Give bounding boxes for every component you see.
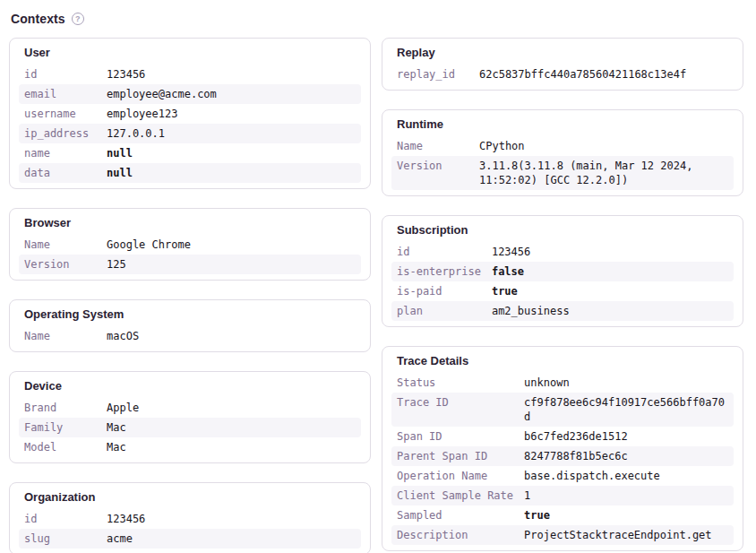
row-value: false	[486, 262, 734, 281]
section-header: Contexts ?	[11, 11, 743, 27]
key-value-table: id 123456 is-enterprise false is-paid tr…	[391, 242, 734, 321]
row-value: 123456	[101, 65, 361, 84]
key-value-table: replay_id 62c5837bffc440a78560421168c13e…	[391, 65, 734, 84]
card-title: Device	[19, 377, 361, 398]
card-subscription: Subscription id 123456 is-enterprise fal…	[382, 215, 743, 327]
context-row: Name CPython	[391, 136, 734, 156]
row-key: Brand	[19, 398, 101, 418]
context-row: is-paid true	[391, 281, 734, 301]
context-row: Version 3.11.8(3.11.8 (main, Mar 12 2024…	[391, 156, 734, 190]
row-key: email	[19, 84, 101, 104]
row-key: id	[19, 65, 101, 84]
row-value: ProjectStacktraceEndpoint.get	[519, 525, 734, 545]
context-row: Client Sample Rate 1	[391, 486, 734, 505]
context-row: slug acme	[19, 529, 361, 549]
context-row: Status unknown	[391, 373, 734, 393]
row-key: Family	[19, 418, 101, 437]
row-value: 1	[519, 486, 734, 505]
row-key: id	[19, 509, 101, 529]
card-title: Operating System	[19, 306, 361, 326]
row-key: is-enterprise	[391, 262, 486, 281]
row-value: 127.0.0.1	[101, 124, 361, 143]
context-row: id 123456	[391, 242, 734, 262]
card-runtime: Runtime Name CPython Version 3.11.8(3.11…	[382, 109, 743, 196]
section-title: Contexts	[11, 12, 65, 26]
context-row: data null	[19, 163, 361, 183]
row-value: 8247788f81b5ec6c	[519, 446, 734, 466]
context-row: email employee@acme.com	[19, 84, 361, 104]
row-value: macOS	[101, 326, 361, 346]
context-row: Version 125	[19, 255, 361, 274]
key-value-table: id 123456 slug acme	[19, 509, 361, 549]
context-row: Operation Name base.dispatch.execute	[391, 466, 734, 486]
row-value: employee123	[101, 104, 361, 124]
key-value-table: id 123456 email employee@acme.com userna…	[19, 65, 361, 183]
row-key: Name	[391, 136, 474, 156]
row-key: Client Sample Rate	[391, 486, 519, 505]
key-value-table: Brand Apple Family Mac Model Mac	[19, 398, 361, 457]
row-key: Trace ID	[391, 393, 519, 427]
row-key: Parent Span ID	[391, 446, 519, 466]
help-question-icon[interactable]: ?	[72, 13, 84, 25]
card-user: User id 123456 email employee@acme.com u…	[9, 38, 371, 189]
card-title: User	[19, 44, 361, 65]
context-row: plan am2_business	[391, 301, 734, 321]
row-value: base.dispatch.execute	[519, 466, 734, 486]
card-title: Subscription	[391, 221, 734, 242]
key-value-table: Name Google Chrome Version 125	[19, 235, 361, 274]
key-value-table: Name macOS	[19, 326, 361, 346]
card-replay: Replay replay_id 62c5837bffc440a78560421…	[382, 38, 743, 91]
card-operating-system: Operating System Name macOS	[9, 299, 371, 352]
row-value: employee@acme.com	[101, 84, 361, 104]
row-value: acme	[101, 529, 361, 549]
row-value: 3.11.8(3.11.8 (main, Mar 12 2024, 11:52:…	[474, 156, 734, 190]
context-row: Family Mac	[19, 418, 361, 437]
context-row: replay_id 62c5837bffc440a78560421168c13e…	[391, 65, 734, 84]
row-key: username	[19, 104, 101, 124]
row-key: Name	[19, 326, 101, 346]
card-device: Device Brand Apple Family Mac Model Mac	[9, 371, 371, 463]
row-value: CPython	[474, 136, 734, 156]
row-key: Description	[391, 525, 519, 545]
row-key: id	[391, 242, 486, 262]
context-row: id 123456	[19, 509, 361, 529]
row-value: 62c5837bffc440a78560421168c13e4f	[474, 65, 734, 84]
row-key: Operation Name	[391, 466, 519, 486]
card-title: Organization	[19, 488, 361, 509]
left-column: User id 123456 email employee@acme.com u…	[9, 38, 371, 553]
card-title: Browser	[19, 214, 361, 235]
card-organization: Organization id 123456 slug acme	[9, 482, 371, 553]
row-key: replay_id	[391, 65, 474, 84]
context-row: username employee123	[19, 104, 361, 124]
context-row: Trace ID cf9f878ee6c94f10917ce566bff0a70…	[391, 393, 734, 427]
context-columns: User id 123456 email employee@acme.com u…	[9, 38, 743, 553]
context-row: Parent Span ID 8247788f81b5ec6c	[391, 446, 734, 466]
context-row: Sampled true	[391, 505, 734, 525]
row-value: true	[486, 281, 734, 301]
row-key: Name	[19, 235, 101, 255]
row-value: Mac	[101, 437, 361, 457]
row-value: 123456	[486, 242, 734, 262]
trace-id-link[interactable]: cf9f878ee6c94f10917ce566bff0a70d	[519, 393, 734, 427]
context-row: Span ID b6c7fed236de1512	[391, 427, 734, 446]
card-title: Trace Details	[391, 352, 734, 373]
row-value: unknown	[519, 373, 734, 393]
row-value: b6c7fed236de1512	[519, 427, 734, 446]
row-key: data	[19, 163, 101, 183]
row-key: slug	[19, 529, 101, 549]
row-value: am2_business	[486, 301, 734, 321]
row-value: Mac	[101, 418, 361, 437]
context-row: is-enterprise false	[391, 262, 734, 281]
context-row: Name macOS	[19, 326, 361, 346]
row-value: 125	[101, 255, 361, 274]
key-value-table: Status unknown Trace ID cf9f878ee6c94f10…	[391, 373, 734, 545]
card-title: Runtime	[391, 116, 734, 136]
row-key: plan	[391, 301, 486, 321]
row-key: Span ID	[391, 427, 519, 446]
row-value: null	[101, 143, 361, 163]
row-value: true	[519, 505, 734, 525]
row-key: Version	[19, 255, 101, 274]
context-row: Brand Apple	[19, 398, 361, 418]
row-key: name	[19, 143, 101, 163]
row-key: Model	[19, 437, 101, 457]
